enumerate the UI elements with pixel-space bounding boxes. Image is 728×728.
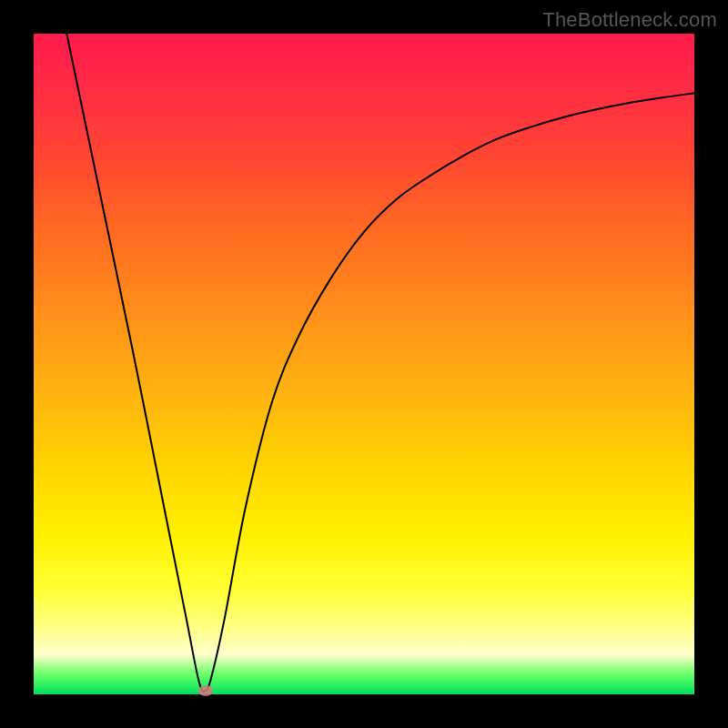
bottleneck-curve — [34, 34, 694, 694]
watermark-text: TheBottleneck.com — [542, 8, 717, 32]
chart-frame: TheBottleneck.com — [0, 0, 728, 728]
minimum-marker — [198, 685, 213, 696]
plot-area — [34, 34, 694, 694]
